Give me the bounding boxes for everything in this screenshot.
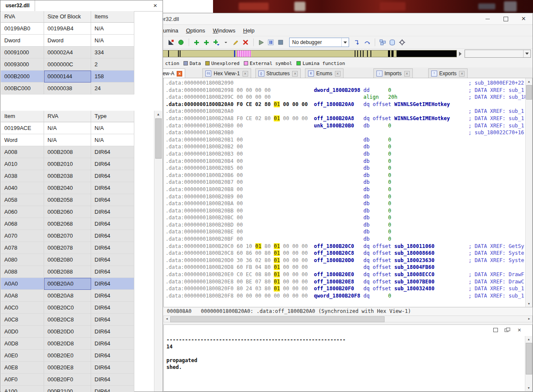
open-subviews-icon[interactable] <box>378 38 387 47</box>
table-cell[interactable]: DIR64 <box>91 254 134 266</box>
close-tab-icon[interactable]: × <box>243 71 248 77</box>
create-array-icon[interactable] <box>201 38 211 47</box>
listing-line[interactable]: .data:00000001800B20B6 00 db 0 <box>166 172 532 179</box>
table-cell[interactable]: 00091000 <box>1 47 44 59</box>
table-cell[interactable]: 00199AB0 <box>1 23 44 35</box>
listing-line[interactable]: .data:00000001800B20D8 60 FB 04 80 01 00… <box>166 264 532 271</box>
table-row[interactable]: 000B200000000144158 <box>1 71 134 83</box>
stop-process-icon[interactable] <box>276 38 285 47</box>
table-cell[interactable]: 000B2000 <box>1 71 44 83</box>
table-cell[interactable]: A0D8 <box>1 338 44 350</box>
scroll-down-icon[interactable]: ▼ <box>525 385 532 391</box>
table-cell[interactable]: 00000144 <box>44 71 91 83</box>
table-cell[interactable]: DIR64 <box>91 374 134 386</box>
add-function-icon[interactable] <box>211 38 221 47</box>
band-scroll-right-icon[interactable] <box>459 52 462 56</box>
listing-line[interactable]: .data:00000001800B20B2 00 db 0 <box>166 143 532 150</box>
table-row[interactable]: 000BC0000000003824 <box>1 83 134 94</box>
navband-dropdown[interactable] <box>465 50 531 58</box>
table-cell[interactable]: 000B20A8 <box>44 290 91 302</box>
scroll-down-icon[interactable]: ▼ <box>526 301 532 307</box>
tab-hex-view-1[interactable]: Hex View-1× <box>202 68 251 78</box>
step-into-icon[interactable] <box>352 38 362 47</box>
table-row[interactable]: A008000B2008DIR64 <box>1 146 134 158</box>
listing-line[interactable]: .data:00000001800B20F8 00 00 00 00 00 00… <box>166 292 532 300</box>
listing-line[interactable]: .data:00000001800B20B0 00 unk_1800B20B0 … <box>166 122 532 130</box>
table-row[interactable]: A0D8000B20D8DIR64 <box>1 338 134 350</box>
listing-line[interactable]: .data:00000001800B20BC 00 db 0 <box>166 214 532 221</box>
title-bar[interactable]: user32.dll × <box>129 13 533 25</box>
delete-cross-icon[interactable] <box>241 38 250 47</box>
listing-line[interactable]: .data:00000001800B2090 ; sub_18000EF20+2… <box>166 80 532 87</box>
listing-line[interactable]: .data:00000001800B20A0 ; DATA XREF: sub_… <box>166 108 532 115</box>
table-cell[interactable]: DIR64 <box>91 338 134 350</box>
close-tab-icon[interactable]: × <box>177 71 182 77</box>
table-cell[interactable]: 000B2078 <box>44 242 91 254</box>
scroll-up-icon[interactable]: ▲ <box>526 78 532 85</box>
navigation-band[interactable] <box>131 50 457 57</box>
table-cell[interactable]: A0A0 <box>1 278 44 290</box>
table-cell[interactable]: 2 <box>91 59 134 71</box>
close-button[interactable]: × <box>516 15 531 23</box>
table-cell[interactable]: A068 <box>1 218 44 230</box>
table-row[interactable]: A0E8000B20E8DIR64 <box>1 362 134 374</box>
table-cell[interactable]: N/A <box>91 134 134 146</box>
listing-line[interactable]: .data:00000001800B20A0 F0 CE 02 80 01 00… <box>166 101 532 108</box>
table-cell[interactable]: A040 <box>1 182 44 194</box>
popup-title-bar[interactable]: user32.dll × <box>0 0 163 12</box>
table-cell[interactable]: N/A <box>91 35 134 47</box>
listing-line[interactable]: .data:00000001800B20A8 F0 CE 02 80 01 00… <box>166 115 532 122</box>
table-cell[interactable]: DIR64 <box>91 386 134 392</box>
listing-line[interactable]: .data:00000001800B20BA 00 db 0 <box>166 200 532 207</box>
close-pane-button[interactable]: × <box>516 327 523 333</box>
popup-close-button[interactable]: × <box>151 2 159 9</box>
table-cell[interactable]: A078 <box>1 242 44 254</box>
float-pane-button[interactable] <box>492 327 499 333</box>
debugger-dropdown[interactable]: No debugger <box>289 38 349 47</box>
table-cell[interactable]: DIR64 <box>91 278 134 290</box>
table-cell[interactable]: 00093000 <box>1 59 44 71</box>
database-icon[interactable] <box>388 38 397 47</box>
flag-icon[interactable] <box>166 38 176 47</box>
table-cell[interactable]: DIR64 <box>91 290 134 302</box>
table-row[interactable]: 00199ACEN/AN/A <box>1 122 134 134</box>
table-cell[interactable]: 000B20E8 <box>44 362 91 374</box>
table-row[interactable]: WordN/AN/A <box>1 134 134 146</box>
listing-line[interactable]: .data:00000001800B20BD 00 db 0 <box>166 221 532 229</box>
scrollbar-thumb[interactable] <box>170 316 385 322</box>
table-cell[interactable]: 000B2038 <box>44 170 91 182</box>
scroll-up-icon[interactable]: ▲ <box>525 336 532 342</box>
table-row[interactable]: A070000B2070DIR64 <box>1 230 134 242</box>
chevron-down-icon[interactable] <box>341 38 349 47</box>
table-cell[interactable]: DIR64 <box>91 362 134 374</box>
listing-line[interactable]: .data:00000001800B20BF 00 db 0 <box>166 236 532 243</box>
table-cell[interactable]: 000B2070 <box>44 230 91 242</box>
table-row[interactable]: A010000B2010DIR64 <box>1 158 134 170</box>
listing-line[interactable]: .data:00000001800B20B8 00 db 0 <box>166 186 532 193</box>
table-cell[interactable]: 0000000C <box>44 59 91 71</box>
table-cell[interactable]: DIR64 <box>91 170 134 182</box>
column-header[interactable]: RVA <box>1 11 44 23</box>
table-cell[interactable]: Dword <box>44 35 91 47</box>
options-gear-icon[interactable] <box>397 38 407 47</box>
table-cell[interactable]: A010 <box>1 158 44 170</box>
table-cell[interactable]: 000B2068 <box>44 218 91 230</box>
table-row[interactable]: A040000B2040DIR64 <box>1 182 134 194</box>
table-cell[interactable]: N/A <box>91 23 134 35</box>
menu-item-options[interactable]: Options <box>182 26 209 35</box>
table-cell[interactable]: 000B2010 <box>44 158 91 170</box>
tab-structures[interactable]: Structures× <box>255 68 301 78</box>
maximize-button[interactable] <box>498 15 513 23</box>
tab-imports[interactable]: Imports× <box>373 68 413 78</box>
table-cell[interactable]: A100 <box>1 386 44 392</box>
listing-line[interactable]: .data:00000001800B20B5 00 db 0 <box>166 165 532 172</box>
table-row[interactable]: A0E0000B20E0DIR64 <box>1 350 134 362</box>
column-header[interactable]: RVA <box>44 111 91 122</box>
table-cell[interactable]: 000B20D8 <box>44 338 91 350</box>
table-cell[interactable]: 000B2008 <box>44 146 91 158</box>
table-cell[interactable]: 000B2088 <box>44 266 91 278</box>
column-header[interactable]: Type <box>91 111 134 122</box>
scrollbar-thumb[interactable] <box>526 85 532 100</box>
chevron-down-icon[interactable] <box>523 50 530 57</box>
listing-line[interactable]: .data:00000001800B2098 00 00 00 00 dword… <box>166 87 532 94</box>
